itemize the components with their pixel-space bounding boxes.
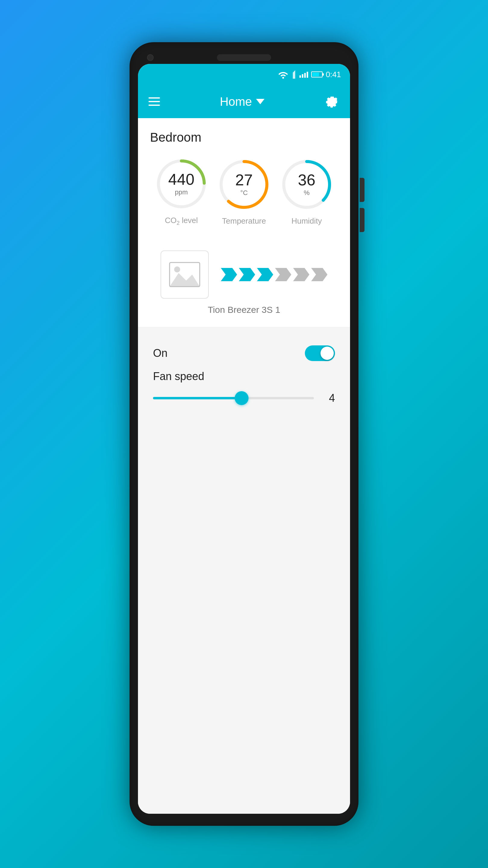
co2-gauge-container: 440 ppm CO2 level [154,157,208,226]
side-buttons [360,178,364,232]
co2-label: CO2 level [165,216,198,226]
temperature-gauge: 27 °C [217,157,271,212]
hamburger-menu[interactable] [149,97,160,106]
humidity-unit: % [298,189,315,197]
hamburger-line-2 [149,101,160,102]
svg-marker-16 [311,268,327,281]
humidity-gauge: 36 % [280,157,334,212]
device-row [161,250,327,299]
co2-gauge: 440 ppm [154,157,208,211]
hamburger-line-3 [149,104,160,106]
camera [147,54,154,61]
arrow-1-active [221,268,237,281]
slider-row: 4 [153,392,335,404]
humidity-gauge-container: 36 % Humidity [280,157,334,226]
app-header: Home [138,85,350,118]
humidity-label: Humidity [291,216,322,226]
slider-thumb[interactable] [235,391,249,405]
settings-icon[interactable] [324,94,339,109]
svg-marker-9 [170,273,200,287]
fan-speed-value: 4 [323,392,335,404]
svg-marker-11 [221,268,237,281]
on-off-row: On [153,339,335,367]
arrow-6-inactive [311,268,327,281]
arrow-5-inactive [293,268,310,281]
room-section: Bedroom 440 [138,118,350,244]
toggle-knob [321,347,334,360]
humidity-gauge-inner: 36 % [298,172,315,197]
svg-point-10 [174,267,180,273]
image-placeholder-icon [168,261,201,288]
co2-unit: ppm [168,188,195,196]
header-title: Home [220,95,252,108]
device-section: Tion Breezer 3S 1 [138,244,350,327]
temperature-unit: °C [235,189,253,197]
co2-gauge-inner: 440 ppm [168,172,195,196]
slider-fill [153,397,241,399]
signal-bars [299,71,308,78]
gauges-row: 440 ppm CO2 level [150,157,338,226]
dropdown-arrow-icon [256,99,264,104]
device-image [161,250,209,299]
arrow-2-active [239,268,255,281]
temperature-label: Temperature [222,216,266,226]
device-name: Tion Breezer 3S 1 [208,305,281,315]
fan-speed-arrows [221,268,327,281]
temperature-gauge-container: 27 °C Temperature [217,157,271,226]
controls-section: On Fan speed 4 [138,327,350,814]
co2-value: 440 [168,172,195,187]
phone-screen: 0:41 Home Bedroom [138,64,350,814]
arrow-3-active [257,268,273,281]
svg-marker-0 [293,70,295,79]
svg-marker-13 [257,268,273,281]
phone-frame: 0:41 Home Bedroom [130,42,358,826]
side-button-2 [360,208,364,232]
data-icon [292,70,296,79]
humidity-value: 36 [298,172,315,188]
svg-marker-14 [275,268,291,281]
svg-marker-1 [256,99,264,104]
wifi-icon [278,70,289,79]
side-button-1 [360,178,364,202]
arrow-4-inactive [275,268,291,281]
header-title-area[interactable]: Home [220,95,265,108]
phone-notch [138,54,350,61]
speaker [217,54,271,61]
temperature-value: 27 [235,172,253,188]
main-content: Bedroom 440 [138,118,350,814]
status-time: 0:41 [326,70,341,79]
svg-marker-12 [239,268,255,281]
status-bar: 0:41 [138,64,350,85]
fan-speed-label: Fan speed [153,370,335,383]
battery-icon [311,71,323,78]
on-off-toggle[interactable] [305,345,335,361]
fan-speed-slider[interactable] [153,397,314,399]
hamburger-line-1 [149,97,160,98]
temperature-gauge-inner: 27 °C [235,172,253,197]
fan-speed-section: Fan speed 4 [153,367,335,407]
room-name: Bedroom [150,130,338,145]
on-label: On [153,347,167,360]
status-icons: 0:41 [278,70,341,79]
svg-marker-15 [293,268,310,281]
